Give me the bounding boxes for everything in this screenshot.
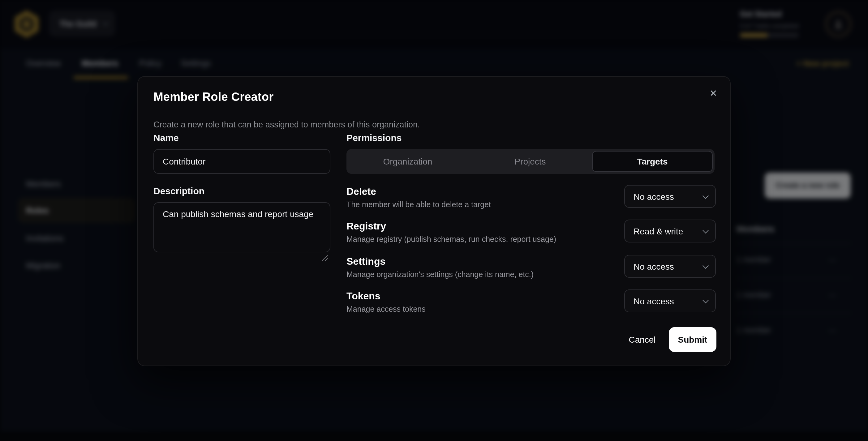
close-icon[interactable]: ✕ — [707, 87, 719, 100]
permission-description: The member will be able to delete a targ… — [346, 200, 491, 209]
cancel-button[interactable]: Cancel — [621, 327, 664, 352]
permissions-tab-projects[interactable]: Projects — [469, 149, 591, 174]
dialog-subtitle: Create a new role that can be assigned t… — [153, 120, 420, 129]
selected-access-value: Read & write — [633, 226, 683, 236]
permission-access-select[interactable]: No access — [624, 289, 716, 312]
permissions-tab-organization[interactable]: Organization — [346, 149, 469, 174]
chevron-down-icon — [703, 227, 709, 233]
member-role-creator-dialog: ✕ Member Role Creator Create a new role … — [137, 76, 731, 366]
resize-handle-icon[interactable] — [322, 255, 328, 261]
chevron-down-icon — [703, 192, 709, 198]
selected-access-value: No access — [633, 191, 674, 201]
permissions-label: Permissions — [346, 132, 402, 143]
permissions-tab-group: Organization Projects Targets — [346, 149, 715, 174]
permission-access-select[interactable]: No access — [624, 255, 716, 278]
selected-access-value: No access — [633, 261, 674, 271]
permissions-tab-targets[interactable]: Targets — [592, 151, 713, 172]
permission-description: Manage access tokens — [346, 305, 426, 314]
selected-access-value: No access — [633, 296, 674, 306]
chevron-down-icon — [703, 262, 709, 269]
permission-title: Tokens — [346, 291, 380, 302]
name-label: Name — [153, 132, 179, 143]
permission-description: Manage registry (publish schemas, run ch… — [346, 235, 556, 244]
permission-access-select[interactable]: Read & write — [624, 220, 716, 243]
chevron-down-icon — [703, 297, 709, 303]
app-root: The Guild Get Started 3 of 7 tasks compl… — [0, 0, 868, 441]
submit-button[interactable]: Submit — [669, 327, 716, 352]
permission-access-select[interactable]: No access — [624, 185, 716, 208]
permission-description: Manage organization's settings (change i… — [346, 270, 534, 279]
role-name-input[interactable] — [153, 149, 330, 174]
role-description-textarea[interactable]: Can publish schemas and report usage — [153, 202, 330, 252]
dialog-title: Member Role Creator — [153, 90, 274, 104]
permission-title: Registry — [346, 221, 386, 232]
description-label: Description — [153, 186, 205, 196]
permission-title: Settings — [346, 256, 385, 267]
permission-title: Delete — [346, 186, 376, 197]
